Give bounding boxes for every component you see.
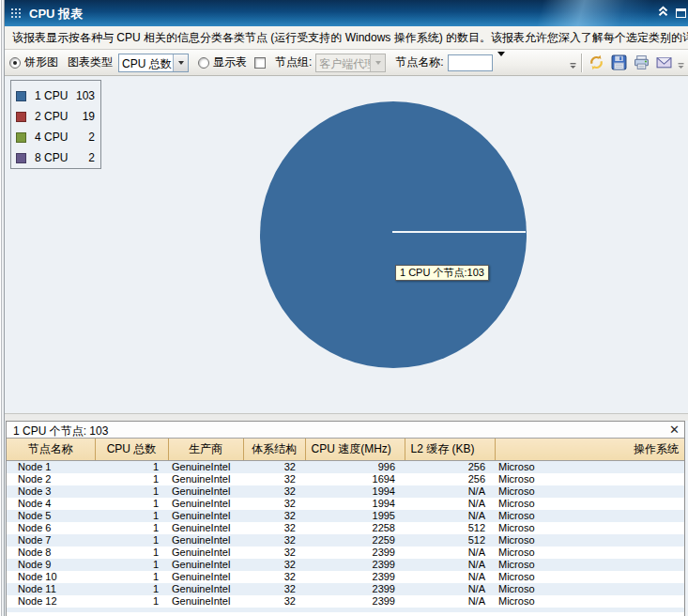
legend-item[interactable]: 8 CPU2 bbox=[16, 147, 95, 168]
table-cell: 2259 bbox=[305, 534, 405, 547]
table-row[interactable]: Node 91GenuineIntel322399N/AMicroso bbox=[7, 559, 684, 571]
email-icon[interactable] bbox=[654, 53, 674, 72]
node-group-select: 客户端代理 bbox=[315, 54, 386, 72]
table-row[interactable]: Node 81GenuineIntel322399N/AMicroso bbox=[7, 547, 684, 559]
table-cell: N/A bbox=[405, 571, 495, 583]
table-cell: 32 bbox=[243, 510, 305, 522]
legend-value: 19 bbox=[83, 110, 95, 123]
drag-grip-icon[interactable] bbox=[11, 8, 23, 20]
table-row[interactable]: Node 41GenuineIntel321994N/AMicroso bbox=[7, 498, 684, 510]
table-cell: 32 bbox=[243, 547, 305, 559]
legend-swatch-icon bbox=[16, 153, 26, 163]
table-cell: GenuineIntel bbox=[168, 460, 243, 473]
table-row[interactable]: Node 31GenuineIntel321994N/AMicroso bbox=[7, 485, 684, 498]
table-cell: 2258 bbox=[305, 522, 405, 534]
table-cell: 1 bbox=[95, 571, 168, 583]
table-row[interactable]: Node 61GenuineIntel322258512Microso bbox=[7, 522, 684, 534]
table-cell: 32 bbox=[243, 485, 305, 498]
grid-column-header[interactable]: L2 缓存 (KB) bbox=[405, 439, 495, 460]
table-row[interactable]: Node 111GenuineIntel322399N/AMicroso bbox=[7, 583, 684, 595]
restore-window-icon[interactable] bbox=[676, 8, 686, 18]
table-cell: GenuineIntel bbox=[168, 510, 243, 522]
table-cell: 1694 bbox=[305, 473, 405, 485]
table-cell: 1 bbox=[95, 547, 168, 559]
table-row[interactable]: Node 51GenuineIntel321995N/AMicroso bbox=[7, 510, 684, 522]
partial-row bbox=[7, 608, 684, 612]
table-cell: 32 bbox=[243, 559, 305, 571]
table-cell: 2399 bbox=[305, 571, 405, 583]
table-cell: 996 bbox=[305, 460, 405, 473]
grid-column-header[interactable]: CPU 速度(MHz) bbox=[305, 439, 405, 460]
table-row[interactable]: Node 11GenuineIntel32996256Microso bbox=[7, 460, 684, 473]
table-cell: 1 bbox=[95, 485, 168, 498]
print-icon[interactable] bbox=[632, 53, 651, 72]
table-cell: Microso bbox=[495, 460, 684, 473]
legend-label: 1 CPU bbox=[35, 89, 68, 102]
close-icon[interactable]: ✕ bbox=[669, 423, 680, 438]
title-bar[interactable]: CPU 报表 bbox=[5, 0, 688, 26]
table-cell: GenuineIntel bbox=[168, 498, 243, 510]
table-cell: GenuineIntel bbox=[168, 522, 243, 534]
pie-slice-boundary bbox=[392, 231, 526, 233]
table-cell: 1 bbox=[95, 498, 168, 510]
legend-swatch-icon bbox=[16, 112, 26, 122]
node-name-dropdown-icon[interactable] bbox=[497, 56, 505, 69]
save-icon[interactable] bbox=[609, 53, 629, 72]
legend-item[interactable]: 4 CPU2 bbox=[16, 127, 95, 147]
panel-header: 1 CPU 个节点: 103 ✕ bbox=[7, 422, 684, 439]
table-cell: 32 bbox=[243, 534, 305, 547]
table-row[interactable]: Node 101GenuineIntel322399N/AMicroso bbox=[7, 571, 684, 583]
toolbar-overflow-icon[interactable] bbox=[569, 54, 577, 71]
grid-column-header[interactable]: 节点名称 bbox=[7, 439, 95, 460]
table-row[interactable]: Node 71GenuineIntel322259512Microso bbox=[7, 534, 684, 547]
node-name-label: 节点名称: bbox=[395, 54, 443, 70]
table-cell: 2399 bbox=[305, 559, 405, 571]
table-row[interactable]: Node 21GenuineIntel321694256Microso bbox=[7, 473, 684, 485]
show-table-checkbox[interactable] bbox=[254, 57, 266, 69]
table-cell: Node 10 bbox=[7, 571, 95, 583]
legend-swatch-icon bbox=[16, 132, 26, 143]
table-cell: 32 bbox=[243, 473, 305, 485]
table-row[interactable]: Node 121GenuineIntel322399N/AMicroso bbox=[7, 595, 684, 608]
table-cell: 1 bbox=[95, 534, 168, 547]
table-cell: N/A bbox=[405, 510, 495, 522]
grid-column-header[interactable]: 生产商 bbox=[168, 439, 243, 460]
chart-type-dropdown-icon[interactable] bbox=[173, 54, 188, 71]
collapse-icon[interactable] bbox=[657, 6, 669, 20]
legend-item[interactable]: 1 CPU103 bbox=[16, 85, 95, 106]
chart-type-label: 图表类型 bbox=[68, 54, 113, 70]
table-cell: 2399 bbox=[305, 595, 405, 608]
table-cell: 1995 bbox=[305, 510, 405, 522]
table-cell: Node 1 bbox=[7, 460, 95, 473]
table-cell: N/A bbox=[405, 583, 495, 595]
node-name-input[interactable] bbox=[448, 54, 493, 71]
chart-type-select[interactable]: CPU 总数 bbox=[118, 54, 189, 72]
table-cell: Node 2 bbox=[7, 473, 95, 485]
grid-column-header[interactable]: 体系结构 bbox=[243, 439, 305, 460]
table-cell: GenuineIntel bbox=[168, 583, 243, 595]
legend-item[interactable]: 2 CPU19 bbox=[16, 106, 95, 127]
table-cell: 1994 bbox=[305, 485, 405, 498]
show-table-radio[interactable] bbox=[198, 57, 209, 69]
table-cell: Node 5 bbox=[7, 510, 95, 522]
table-cell: Node 11 bbox=[7, 583, 95, 595]
grid-column-header[interactable]: 操作系统 bbox=[495, 439, 684, 460]
panel-title: 1 CPU 个节点: 103 bbox=[13, 424, 108, 439]
table-cell: N/A bbox=[405, 595, 495, 608]
table-cell: Microso bbox=[495, 485, 684, 498]
table-cell: 32 bbox=[243, 571, 305, 583]
divider bbox=[5, 413, 688, 421]
chart-type-value: CPU 总数 bbox=[119, 54, 173, 71]
toolbar: 饼形图 图表类型 CPU 总数 显示表 节点组: 客户端代理 节点名称: bbox=[5, 50, 688, 76]
grid-header-row: 节点名称CPU 总数生产商体系结构CPU 速度(MHz)L2 缓存 (KB)操作… bbox=[7, 439, 684, 460]
refresh-icon[interactable] bbox=[587, 53, 606, 72]
toolbar-overflow-icon-right[interactable] bbox=[677, 54, 685, 71]
table-cell: GenuineIntel bbox=[168, 559, 243, 571]
grid-column-header[interactable]: CPU 总数 bbox=[95, 439, 168, 460]
table-cell: 2399 bbox=[305, 547, 405, 559]
chart-legend: 1 CPU1032 CPU194 CPU28 CPU2 bbox=[10, 80, 101, 169]
table-cell: 32 bbox=[243, 522, 305, 534]
pie-chart[interactable] bbox=[260, 101, 527, 368]
pie-chart-radio[interactable] bbox=[9, 57, 21, 69]
table-cell: 1 bbox=[95, 460, 168, 473]
